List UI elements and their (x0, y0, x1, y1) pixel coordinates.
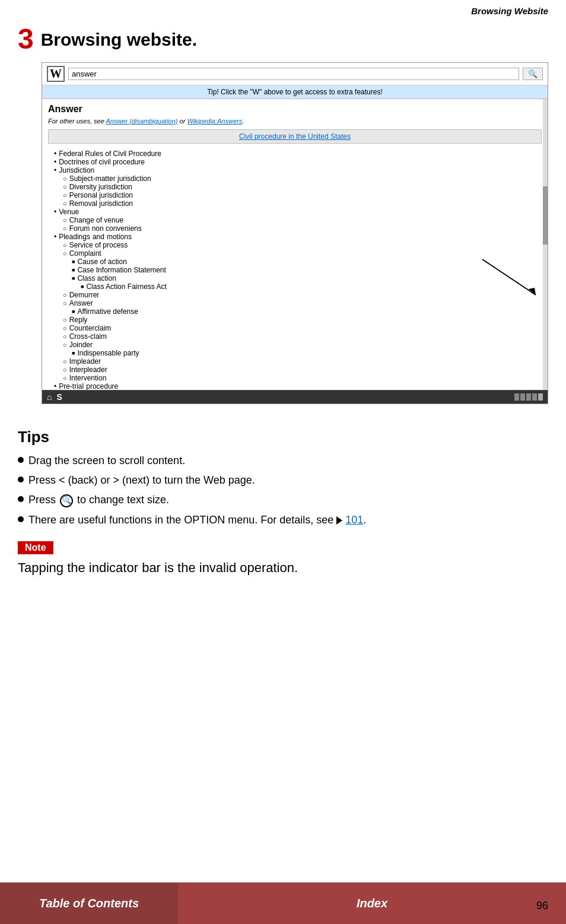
list-link[interactable]: Federal Rules of Civil Procedure (59, 150, 161, 158)
browser-address-input[interactable] (68, 68, 519, 80)
disambiguation-link[interactable]: Answer (disambiguation) (106, 118, 177, 125)
chapter-title: Browsing website. (41, 25, 197, 50)
list-item: Service of process (48, 241, 542, 249)
browser-s-label: S (56, 392, 62, 402)
list-item: Joinder (48, 341, 542, 349)
scroll-thumb[interactable] (543, 186, 548, 245)
tips-section: Tips Drag the screen to scroll content. … (0, 416, 566, 541)
tips-list: Drag the screen to scroll content. Press… (18, 453, 548, 528)
list-link[interactable]: Joinder (69, 341, 93, 349)
list-link[interactable]: Class action (77, 274, 116, 282)
list-link[interactable]: Class Action Fairness Act (86, 282, 166, 291)
list-item: Personal jurisdiction (48, 191, 542, 199)
list-link[interactable]: Counterclaim (69, 324, 112, 332)
tip-text: Press < (back) or > (next) to turn the W… (28, 473, 548, 488)
wiki-content-area: Answer For other uses, see Answer (disam… (42, 99, 548, 390)
wikipedia-answers-link[interactable]: Wikipedia:Answers (187, 118, 242, 125)
list-link[interactable]: Pleadings (59, 233, 90, 241)
list-link[interactable]: Pre-trial (59, 382, 84, 390)
tip-item: Press < (back) or > (next) to turn the W… (18, 473, 548, 488)
progress-block (520, 393, 525, 401)
list-item: Pre-trial procedure (48, 382, 542, 390)
browser-search-button[interactable]: 🔍 (523, 68, 543, 80)
browser-scrollbar[interactable] (543, 99, 548, 390)
list-link[interactable]: Answer (69, 299, 93, 307)
index-button[interactable]: Index (178, 882, 566, 924)
svg-line-0 (482, 259, 536, 295)
header-title: Browsing Website (471, 6, 548, 16)
chapter-section: 3 Browsing website. (0, 19, 566, 62)
tip-text: Press 🔍 to change text size. (28, 493, 548, 507)
progress-block (538, 393, 543, 401)
list-item: Indispensable party (48, 349, 542, 357)
browser-tip-bar: Tip! Click the "W" above to get access t… (42, 85, 548, 99)
page-ref-number[interactable]: 101 (345, 513, 363, 528)
browser-window: W 🔍 Tip! Click the "W" above to get acce… (42, 62, 548, 404)
page-header: Browsing Website (0, 0, 566, 19)
list-item: Cross-claim (48, 332, 542, 341)
list-item: Forum non conveniens (48, 224, 542, 233)
wikipedia-logo[interactable]: W (47, 66, 65, 82)
list-link[interactable]: Impleader (69, 357, 101, 366)
tip-item: Press 🔍 to change text size. (18, 493, 548, 507)
diagonal-arrow (470, 253, 542, 301)
list-link[interactable]: Indispensable party (77, 349, 139, 357)
list-item: Interpleader (48, 366, 542, 374)
tip-text: There are useful functions in the OPTION… (28, 513, 548, 528)
navbox-link[interactable]: Civil procedure in the United States (239, 132, 351, 141)
progress-block (532, 393, 537, 401)
list-link[interactable]: Forum non conveniens (69, 224, 142, 233)
list-link[interactable]: Doctrines of civil procedure (59, 158, 145, 166)
list-link[interactable]: Venue (59, 208, 79, 216)
list-item: Counterclaim (48, 324, 542, 332)
list-item: Removal jurisdiction (48, 199, 542, 208)
bullet-icon (18, 516, 24, 522)
list-link[interactable]: Intervention (69, 374, 107, 382)
list-link[interactable]: Removal jurisdiction (69, 199, 133, 208)
note-or: or (180, 118, 187, 125)
note-text: Tapping the indicator bar is the invalid… (18, 559, 548, 577)
list-item: Change of venue (48, 216, 542, 224)
list-link[interactable]: Cross-claim (69, 332, 107, 341)
list-link[interactable]: Reply (69, 316, 88, 324)
list-link[interactable]: Interpleader (69, 366, 107, 374)
list-link[interactable]: Change of venue (69, 216, 123, 224)
list-link[interactable]: Demurrer (69, 291, 100, 299)
table-of-contents-button[interactable]: Table of Contents (0, 882, 178, 924)
list-link[interactable]: Service of process (69, 241, 128, 249)
browser-toolbar: W 🔍 (42, 63, 548, 85)
list-link[interactable]: Personal jurisdiction (69, 191, 133, 199)
list-item: Jurisdiction (48, 166, 542, 174)
list-item: Reply (48, 316, 542, 324)
list-item: Impleader (48, 357, 542, 366)
page-ref-arrow-icon (336, 516, 342, 525)
wiki-page-title: Answer (48, 104, 542, 115)
note-prefix: For other uses, see (48, 118, 106, 125)
list-link[interactable]: Cause of action (77, 258, 126, 266)
page-number: 96 (536, 900, 548, 912)
tips-title: Tips (18, 428, 548, 446)
list-item: Federal Rules of Civil Procedure (48, 150, 542, 158)
list-link[interactable]: Complaint (69, 249, 101, 258)
list-item: Affirmative defense (48, 307, 542, 316)
tip-item: There are useful functions in the OPTION… (18, 513, 548, 528)
index-label: Index (357, 897, 387, 910)
bullet-icon (18, 457, 24, 463)
list-item: Doctrines of civil procedure (48, 158, 542, 166)
home-icon: ⌂ (47, 392, 52, 402)
toc-label: Table of Contents (39, 897, 139, 910)
list-item: Subject-matter jurisdiction (48, 174, 542, 183)
list-link[interactable]: Jurisdiction (59, 166, 94, 174)
bullet-icon (18, 496, 24, 502)
list-item: Cause of action (48, 258, 542, 266)
list-link[interactable]: Affirmative defense (77, 307, 138, 316)
list-link[interactable]: motions (107, 233, 132, 241)
list-link[interactable]: Diversity jurisdiction (69, 183, 132, 191)
list-link[interactable]: Subject-matter jurisdiction (69, 174, 151, 183)
list-link[interactable]: Case Information Statement (77, 266, 166, 274)
list-item: Answer (48, 299, 542, 307)
bullet-icon (18, 477, 24, 482)
tip-item: Drag the screen to scroll content. (18, 453, 548, 468)
tip-text: Drag the screen to scroll content. (28, 453, 548, 468)
wiki-list: Federal Rules of Civil Procedure Doctrin… (48, 150, 542, 390)
